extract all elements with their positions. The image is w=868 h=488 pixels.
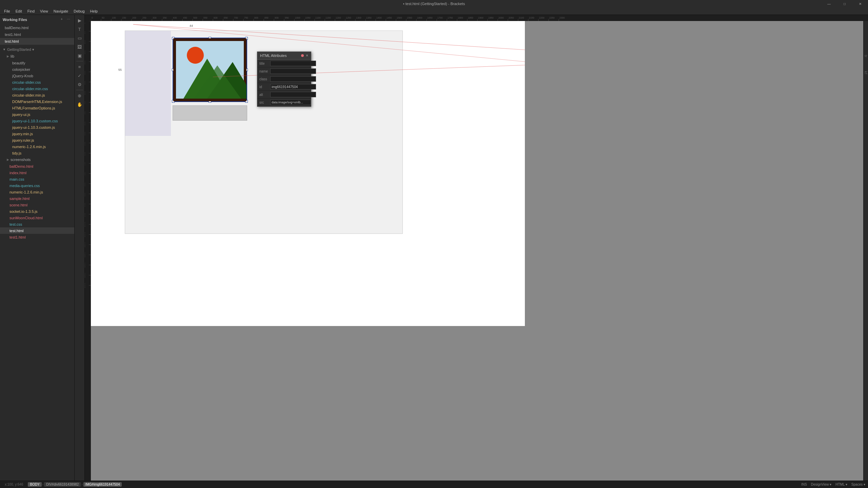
design-view-toggle[interactable]: DesignView ▾ xyxy=(811,483,831,486)
svg-text:1000: 1000 xyxy=(295,17,300,19)
attr-label-alt: alt xyxy=(259,93,269,97)
image-tool[interactable]: 🖼 xyxy=(76,43,84,51)
breadcrumb-body[interactable]: BODY xyxy=(28,482,41,487)
file-jquery-min[interactable]: jquery.min.js xyxy=(0,130,74,137)
file-htmlformatter[interactable]: HTMLFormatterOptions.js xyxy=(0,105,74,111)
file-sample-html[interactable]: sample.html xyxy=(0,195,74,202)
svg-text:850: 850 xyxy=(264,17,269,19)
menu-item-navigate[interactable]: Navigate xyxy=(51,8,71,14)
svg-text:1400: 1400 xyxy=(376,17,382,19)
svg-text:700: 700 xyxy=(85,162,85,166)
file-main-css[interactable]: main.css xyxy=(0,176,74,182)
svg-text:900: 900 xyxy=(85,203,85,207)
html-attr-close[interactable]: × xyxy=(306,53,308,58)
close-button[interactable]: ✕ xyxy=(852,0,868,7)
file-scene-html[interactable]: scene.html xyxy=(0,202,74,208)
gear-tool[interactable]: ⚙ xyxy=(76,80,84,88)
rect-tool[interactable]: ▭ xyxy=(76,34,84,42)
menu-item-help[interactable]: Help xyxy=(87,8,101,14)
file-circular-slider-min-js[interactable]: circular-slider.min.js xyxy=(0,92,74,98)
tool-separator-2 xyxy=(76,90,83,90)
breadcrumb: BODY › DIV#div66191438982 › IMG#img66191… xyxy=(28,482,122,487)
attr-row-alt: alt xyxy=(257,91,311,99)
canvas-scroll[interactable]: 44 55 xyxy=(91,21,863,481)
file-jquery-ui[interactable]: jquery-ui.js xyxy=(0,111,74,118)
breadcrumb-div[interactable]: DIV#div66191438982 xyxy=(44,482,81,487)
ruler-label-44: 44 xyxy=(190,24,193,27)
attr-input-class[interactable] xyxy=(270,76,316,82)
svg-text:2050: 2050 xyxy=(509,17,514,19)
svg-text:1100: 1100 xyxy=(315,17,321,19)
file-test1-html[interactable]: test1.html xyxy=(0,234,74,240)
file-item-balldemo[interactable]: ballDemo.html xyxy=(0,24,74,31)
screenshots-folder[interactable]: ▶screenshots xyxy=(0,156,74,163)
file-circular-slider-min-css[interactable]: circular-slider.min.css xyxy=(0,85,74,92)
svg-text:1950: 1950 xyxy=(488,17,494,19)
attr-input-src[interactable] xyxy=(270,100,311,105)
html-attr-title-text: HTML Attributes xyxy=(260,54,287,58)
svg-text:1000: 1000 xyxy=(85,222,85,227)
check-tool[interactable]: ✓ xyxy=(76,72,84,80)
svg-text:650: 650 xyxy=(224,17,228,19)
sidebar-header: Working Files + ⋯ xyxy=(0,15,74,24)
file-numeric-js[interactable]: numeric-1.2.6.min.js xyxy=(0,189,74,195)
options-icon[interactable]: ⋯ xyxy=(67,17,72,22)
file-item-test1[interactable]: test1.html xyxy=(0,31,74,38)
file-socket-io[interactable]: socket.io-1.3.5.js xyxy=(0,208,74,215)
file-jquery-ui-css[interactable]: jquery-ui-1.10.3.custom.css xyxy=(0,118,74,124)
file-numeric-min[interactable]: numeric-1.2.6.min.js xyxy=(0,143,74,150)
breadcrumb-img[interactable]: IMG#img66191447504 xyxy=(83,482,122,487)
attr-input-id[interactable] xyxy=(270,84,316,89)
svg-text:1100: 1100 xyxy=(85,242,85,247)
attr-row-src: src xyxy=(257,99,311,106)
svg-text:800: 800 xyxy=(85,182,85,186)
tr-label[interactable]: tr xyxy=(864,55,868,58)
attr-input-name[interactable] xyxy=(270,68,316,74)
menu-item-file[interactable]: File xyxy=(1,8,13,14)
file-media-queries[interactable]: media-queries.css xyxy=(0,182,74,189)
kf-label[interactable]: kf xyxy=(864,71,868,75)
attr-input-title[interactable] xyxy=(270,61,316,66)
lib-folder[interactable]: ▶lib xyxy=(0,53,74,60)
svg-text:950: 950 xyxy=(285,17,289,19)
file-jquery-ui-js[interactable]: jquery-ui-1.10.3.custom.js xyxy=(0,124,74,130)
menu-item-find[interactable]: Find xyxy=(25,8,37,14)
add-file-icon[interactable]: + xyxy=(61,17,65,22)
text-tool[interactable]: T xyxy=(76,25,84,33)
media-tool[interactable]: ▣ xyxy=(76,52,84,60)
file-colorpicker[interactable]: colorpicker xyxy=(0,66,74,73)
svg-text:200: 200 xyxy=(132,17,136,19)
attr-input-alt[interactable] xyxy=(270,92,316,97)
file-index-html[interactable]: index.html xyxy=(0,169,74,176)
svg-text:600: 600 xyxy=(85,142,85,146)
zoom-tool[interactable]: ⊕ xyxy=(76,92,84,100)
button-element[interactable] xyxy=(173,105,247,121)
minimize-button[interactable]: — xyxy=(821,0,837,7)
select-tool[interactable]: ▶ xyxy=(76,16,84,24)
file-test-css[interactable]: test.css xyxy=(0,221,74,227)
file-jquery-ruler[interactable]: jquery.ruler.js xyxy=(0,137,74,143)
svg-point-153 xyxy=(187,47,204,64)
menu-item-debug[interactable]: Debug xyxy=(71,8,87,14)
menu-item-edit[interactable]: Edit xyxy=(13,8,25,14)
svg-text:0: 0 xyxy=(92,17,93,19)
file-circular-slider-css[interactable]: circular-slider.css xyxy=(0,79,74,85)
svg-text:1550: 1550 xyxy=(407,17,412,19)
file-beautify[interactable]: beautify xyxy=(0,60,74,66)
file-tidy[interactable]: tidy.js xyxy=(0,150,74,156)
file-balldemo-html[interactable]: ballDemo.html xyxy=(0,163,74,169)
breadcrumb-sep1: › xyxy=(42,483,43,486)
maximize-button[interactable]: □ xyxy=(837,0,852,7)
list-tool[interactable]: ≡ xyxy=(76,63,84,71)
file-test-html[interactable]: test.html xyxy=(0,227,74,234)
getting-started-header[interactable]: ▼ GettingStarted ▾ xyxy=(0,46,74,53)
file-sunmoon[interactable]: sunMoonCloud.html xyxy=(0,215,74,221)
html-mode-toggle[interactable]: HTML ▾ xyxy=(835,483,847,486)
menu-item-view[interactable]: View xyxy=(37,8,51,14)
getting-started-label: GettingStarted ▾ xyxy=(7,47,34,52)
spaces-toggle[interactable]: Spaces ▾ xyxy=(851,483,865,486)
file-jquery-knob[interactable]: jQuery-Knob xyxy=(0,73,74,79)
hand-tool[interactable]: ✋ xyxy=(76,100,84,108)
file-item-test[interactable]: test.html xyxy=(0,38,74,45)
file-domparser[interactable]: DOMParserHTMLExtension.js xyxy=(0,98,74,105)
